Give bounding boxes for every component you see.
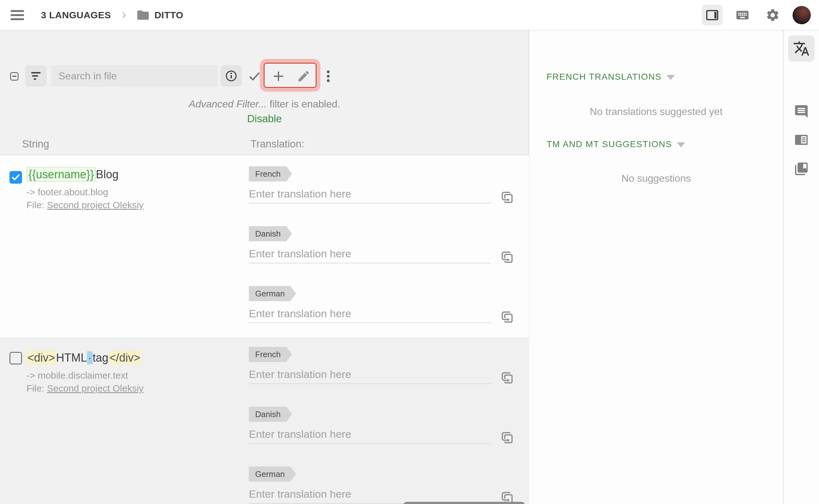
file-label: File: — [26, 200, 44, 210]
translation-input[interactable] — [249, 304, 491, 323]
breadcrumb-current-folder[interactable]: DITTO — [154, 10, 183, 20]
string-list-panel: Advanced Filter... filter is enabled. Di… — [0, 30, 529, 504]
html-open-tag: <div> — [26, 351, 56, 365]
info-button[interactable] — [221, 65, 242, 87]
reader-mode-tab-button[interactable] — [794, 132, 809, 147]
column-header-translation: Translation: — [250, 138, 304, 150]
copy-arrow-icon — [500, 309, 515, 324]
filter-status-text: Advanced Filter... filter is enabled. — [0, 98, 529, 110]
reader-mode-icon — [794, 132, 809, 147]
string-text: Blog — [96, 168, 118, 181]
translation-input[interactable] — [249, 485, 491, 504]
translation-block-danish: Danish — [249, 226, 522, 280]
section-title: FRENCH TRANSLATIONS — [547, 72, 661, 82]
chevron-down-icon — [677, 142, 685, 147]
copy-source-button[interactable] — [500, 190, 515, 205]
gear-icon — [765, 8, 780, 22]
checkmark-icon — [10, 172, 21, 183]
copy-arrow-icon — [500, 370, 515, 385]
empty-state-message: No suggestions — [530, 173, 783, 184]
side-panel-icon — [705, 8, 719, 22]
language-tag: French — [249, 166, 292, 181]
comments-tab-button[interactable] — [794, 104, 809, 119]
section-header-tm-mt-suggestions[interactable]: TM AND MT SUGGESTIONS — [547, 139, 685, 149]
comment-icon — [794, 104, 809, 119]
folder-icon — [136, 8, 150, 22]
disable-filter-link[interactable]: Disable — [0, 113, 529, 125]
column-header-string: String — [22, 138, 49, 150]
row-checkbox-unchecked[interactable] — [9, 352, 22, 364]
info-icon — [225, 69, 238, 83]
plus-icon — [271, 69, 286, 84]
string-row: <div>HTML·tag</div> -> mobile.disclaimer… — [0, 339, 529, 504]
copy-arrow-icon — [500, 430, 515, 445]
keyboard-shortcuts-button[interactable] — [732, 5, 753, 26]
language-tag: Danish — [249, 226, 292, 241]
string-value: <div>HTML·tag</div> — [26, 351, 141, 364]
translation-block-french: French — [249, 166, 522, 220]
translation-block-danish: Danish — [249, 407, 522, 460]
copy-source-button[interactable] — [500, 309, 515, 324]
filter-name: Advanced Filter... — [189, 98, 267, 110]
settings-button[interactable] — [762, 5, 783, 26]
menu-icon[interactable] — [11, 8, 25, 22]
file-link[interactable]: Second project Oleksiy — [47, 200, 144, 210]
html-close-tag: </div> — [108, 351, 141, 365]
select-all-checkbox[interactable] — [10, 72, 19, 81]
string-text: HTML — [56, 351, 87, 364]
translation-input[interactable] — [249, 365, 491, 384]
copy-source-button[interactable] — [500, 249, 515, 265]
pencil-icon — [297, 69, 311, 83]
row-checkbox-checked[interactable] — [9, 171, 22, 184]
chevron-right-icon — [119, 10, 129, 20]
translation-input[interactable] — [249, 244, 491, 263]
keyboard-icon — [735, 8, 750, 22]
search-box — [51, 65, 218, 87]
translation-editor-app: 3 LANGUAGES DITTO — [0, 0, 819, 504]
file-label: File: — [26, 383, 44, 393]
language-tag: Danish — [249, 407, 292, 422]
language-tag: German — [249, 467, 296, 482]
language-tag: French — [249, 347, 292, 362]
copy-source-button[interactable] — [500, 430, 515, 445]
more-options-button[interactable] — [321, 67, 336, 85]
toggle-side-panel-button[interactable] — [702, 5, 723, 26]
translation-block-german: German — [249, 467, 522, 504]
topbar-actions — [702, 5, 819, 26]
user-avatar[interactable] — [793, 6, 811, 24]
translation-block-german: German — [249, 286, 522, 340]
suggestions-panel: FRENCH TRANSLATIONS No translations sugg… — [530, 30, 783, 504]
copy-source-button[interactable] — [500, 370, 515, 385]
filter-suffix: filter is enabled. — [267, 98, 340, 110]
translation-input[interactable] — [249, 425, 491, 444]
space-marker: · — [87, 351, 93, 364]
check-icon — [247, 69, 262, 84]
chevron-down-icon — [667, 75, 675, 80]
string-row: {{username}}Blog -> footer.about.blog Fi… — [0, 155, 529, 338]
string-key: -> footer.about.blog — [26, 187, 108, 198]
empty-state-message: No translations suggested yet — [530, 106, 783, 117]
top-bar: 3 LANGUAGES DITTO — [0, 0, 819, 30]
edit-string-button[interactable] — [297, 69, 311, 83]
section-header-french-translations[interactable]: FRENCH TRANSLATIONS — [547, 72, 675, 82]
translations-tab-button[interactable] — [788, 35, 815, 62]
string-text: tag — [93, 351, 108, 364]
right-icon-rail — [783, 30, 819, 504]
string-file: File: Second project Oleksiy — [26, 383, 144, 394]
filter-button[interactable] — [25, 65, 47, 87]
translation-input[interactable] — [249, 185, 491, 203]
file-link[interactable]: Second project Oleksiy — [47, 383, 144, 393]
add-string-button[interactable] — [271, 69, 286, 84]
breadcrumb-languages[interactable]: 3 LANGUAGES — [41, 10, 111, 20]
string-value: {{username}}Blog — [26, 168, 118, 181]
collections-tab-button[interactable] — [794, 161, 809, 176]
copy-arrow-icon — [500, 249, 515, 265]
approve-button[interactable] — [247, 69, 262, 84]
language-tag: German — [249, 286, 296, 301]
collections-bookmark-icon — [794, 161, 809, 176]
search-input[interactable] — [51, 65, 218, 87]
translate-icon — [793, 40, 810, 57]
section-title: TM AND MT SUGGESTIONS — [547, 139, 672, 149]
translation-block-french: French — [249, 347, 522, 400]
placeholder-variable: {{username}} — [26, 167, 96, 182]
